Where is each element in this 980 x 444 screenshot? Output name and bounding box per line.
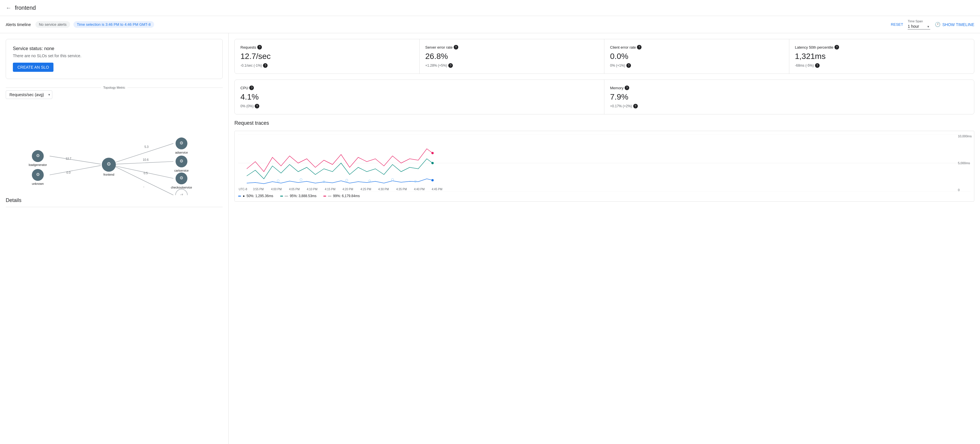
traces-chart: 10,000ms 5,000ms 0 UTC-8 <box>234 131 974 202</box>
server-error-rate-metric: Server error rate ? 26.8% +1.28% (+5%) ? <box>420 39 605 73</box>
details-section: Details <box>6 197 223 207</box>
requests-delta-help[interactable]: ? <box>263 63 267 68</box>
latency-help-icon[interactable]: ? <box>835 45 839 50</box>
latency-label: Latency 50th percentile <box>795 45 834 50</box>
server-error-help-icon[interactable]: ? <box>454 45 458 50</box>
time-span-select[interactable]: 1 hour 6 hours 24 hours <box>908 24 930 29</box>
svg-line-6 <box>116 161 173 164</box>
legend-95: — 95%: 3,888.53ms <box>280 194 317 198</box>
svg-point-51 <box>323 181 325 183</box>
memory-label-row: Memory ? <box>610 86 968 90</box>
alerts-right: RESET Time Span 1 hour 6 hours 24 hours … <box>891 19 974 29</box>
legend-50-text: 50%: 1,295.36ms <box>247 194 273 198</box>
svg-text:4:05 PM: 4:05 PM <box>289 188 300 191</box>
traces-title: Request traces <box>234 120 974 126</box>
left-panel: Service status: none There are no SLOs s… <box>0 33 229 444</box>
reset-button[interactable]: RESET <box>891 22 903 27</box>
svg-text:4:35 PM: 4:35 PM <box>396 188 407 191</box>
svg-line-10 <box>116 167 173 195</box>
svg-text:0.5: 0.5 <box>143 172 148 175</box>
time-span-group: Time Span 1 hour 6 hours 24 hours <box>908 19 930 29</box>
client-error-label: Client error rate <box>610 45 636 50</box>
status-card: Service status: none There are no SLOs s… <box>6 39 223 79</box>
legend-95-dot <box>280 196 283 196</box>
svg-text:⚙: ⚙ <box>180 158 183 163</box>
topology-metric-label: Topology Metric <box>6 86 223 89</box>
svg-text:checkoutservice: checkoutservice <box>171 186 192 189</box>
svg-text:4:40 PM: 4:40 PM <box>414 188 425 191</box>
client-error-help-icon[interactable]: ? <box>637 45 641 50</box>
legend-99-dot <box>323 196 326 196</box>
svg-text:UTC-8: UTC-8 <box>239 188 247 191</box>
svg-text:unknown: unknown <box>32 182 44 185</box>
svg-point-57 <box>431 162 434 164</box>
time-selection-badge: Time selection is 3:46 PM to 4:46 PM GMT… <box>73 21 154 28</box>
topology-svg: 12.7 0.0 5.3 10.6 0.5 - ⚙ <box>6 104 223 195</box>
svg-text:⚙: ⚙ <box>36 153 40 158</box>
cpu-delta-help[interactable]: ? <box>255 104 259 109</box>
svg-point-58 <box>431 152 434 154</box>
requests-value: 12.7/sec <box>240 52 414 61</box>
latency-label-row: Latency 50th percentile ? <box>795 45 969 50</box>
cpu-label-row: CPU ? <box>240 86 598 90</box>
y-min-label: 0 <box>958 188 972 192</box>
server-error-value: 26.8% <box>425 52 599 61</box>
cpu-value: 4.1% <box>240 93 598 102</box>
svg-text:adservice: adservice <box>175 151 188 154</box>
svg-text:-: - <box>143 185 144 188</box>
svg-point-50 <box>300 179 302 181</box>
main-content: Service status: none There are no SLOs s… <box>0 33 980 444</box>
memory-delta: +0.17% (+2%) ? <box>610 104 968 109</box>
svg-point-54 <box>391 179 394 181</box>
topology-metric-select[interactable]: Requests/sec (avg) Error rate Latency <box>6 90 52 99</box>
server-error-delta-help[interactable]: ? <box>448 63 453 68</box>
client-error-delta-help[interactable]: ? <box>626 63 631 68</box>
server-error-label-row: Server error rate ? <box>425 45 599 50</box>
client-error-label-row: Client error rate ? <box>610 45 783 50</box>
memory-delta-help[interactable]: ? <box>633 104 638 109</box>
svg-point-52 <box>346 179 348 181</box>
requests-label-row: Requests ? <box>240 45 414 50</box>
legend-50-dot <box>238 196 241 196</box>
svg-text:cartservice: cartservice <box>174 169 189 172</box>
svg-text:⚙: ⚙ <box>36 172 40 177</box>
topology-select-wrapper: Requests/sec (avg) Error rate Latency <box>6 90 52 99</box>
requests-help-icon[interactable]: ? <box>257 45 262 50</box>
legend-95-label: — <box>285 194 288 198</box>
svg-text:5.3: 5.3 <box>144 145 149 149</box>
svg-point-53 <box>369 180 371 182</box>
svg-text:+5: +5 <box>180 193 183 195</box>
svg-text:4:45 PM: 4:45 PM <box>432 188 442 191</box>
create-slo-button[interactable]: CREATE AN SLO <box>13 63 54 72</box>
right-panel: Requests ? 12.7/sec -0.1/sec (-1%) ? Ser… <box>229 33 980 444</box>
cpu-help-icon[interactable]: ? <box>249 86 254 90</box>
legend-99-label: — <box>328 194 331 198</box>
svg-text:4:10 PM: 4:10 PM <box>307 188 317 191</box>
svg-text:frontend: frontend <box>103 173 115 176</box>
top-metrics-grid: Requests ? 12.7/sec -0.1/sec (-1%) ? Ser… <box>234 39 974 74</box>
legend-50-label: ● <box>243 194 245 198</box>
svg-text:4:30 PM: 4:30 PM <box>378 188 389 191</box>
show-timeline-button[interactable]: 🕐 SHOW TIMELINE <box>935 22 974 27</box>
latency-delta-help[interactable]: ? <box>815 63 819 68</box>
svg-text:10.6: 10.6 <box>143 158 149 161</box>
latency-value: 1,321ms <box>795 52 969 61</box>
traces-svg: UTC-8 3:55 PM 4:00 PM 4:05 PM 4:10 PM 4:… <box>238 134 970 192</box>
svg-text:4:00 PM: 4:00 PM <box>271 188 282 191</box>
svg-text:4:25 PM: 4:25 PM <box>361 188 371 191</box>
back-icon[interactable]: ← <box>6 5 11 11</box>
traces-section: Request traces 10,000ms 5,000ms 0 <box>234 120 974 202</box>
y-max-label: 10,000ms <box>958 134 972 138</box>
svg-point-56 <box>431 179 434 181</box>
time-span-label: Time Span <box>908 19 930 23</box>
status-description: There are no SLOs set for this service. <box>13 53 216 58</box>
status-title: Service status: none <box>13 46 216 51</box>
svg-text:⚙: ⚙ <box>180 141 183 145</box>
memory-help-icon[interactable]: ? <box>625 86 629 90</box>
legend-99-text: 99%: 6,179.84ms <box>333 194 360 198</box>
server-error-delta: +1.28% (+5%) ? <box>425 63 599 68</box>
svg-text:4:15 PM: 4:15 PM <box>325 188 335 191</box>
legend-99: — 99%: 6,179.84ms <box>323 194 360 198</box>
requests-metric: Requests ? 12.7/sec -0.1/sec (-1%) ? <box>235 39 420 73</box>
requests-delta: -0.1/sec (-1%) ? <box>240 63 414 68</box>
